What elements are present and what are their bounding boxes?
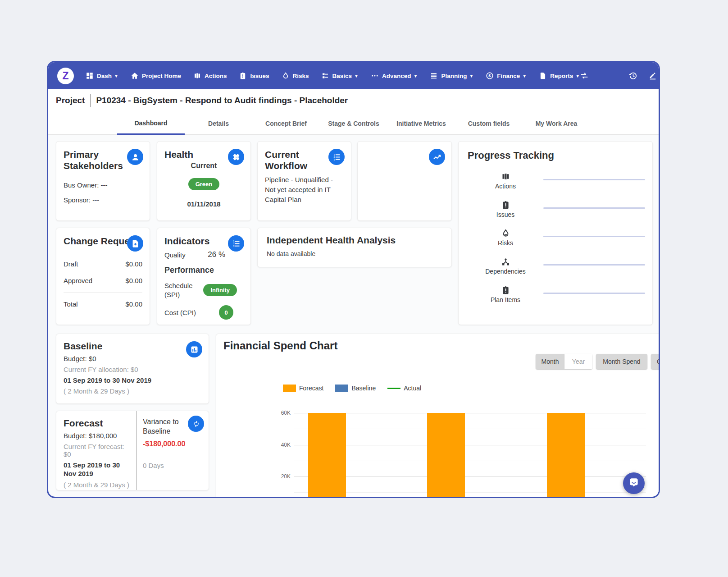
- nav-item-label: Basics: [332, 73, 352, 79]
- droplet-icon: [282, 72, 290, 80]
- app-logo[interactable]: Z: [57, 68, 74, 84]
- cr-value: $0.00: [125, 277, 142, 284]
- nav-item-label: Issues: [250, 73, 269, 79]
- current-workflow-card: Current Workflow 123 Pipeline - Unqualif…: [257, 141, 351, 221]
- nav-item-label: Risks: [293, 73, 309, 79]
- progress-bar-track: [543, 264, 645, 266]
- bar-chart-icon: [186, 341, 202, 357]
- nav-item-label: Advanced: [382, 73, 411, 79]
- baseline-card: Baseline Budget: $0 Current FY allocatio…: [56, 334, 209, 404]
- tab-initiative-metrics[interactable]: Initiative Metrics: [387, 112, 455, 135]
- progress-bar-track: [543, 293, 645, 294]
- forecast-fy: Current FY forecast: $0: [64, 443, 132, 458]
- tab-concept-brief[interactable]: Concept Brief: [252, 112, 320, 135]
- page-title: P10234 - BigSystem - Respond to Audit fi…: [96, 96, 348, 105]
- major-gridline: [294, 476, 646, 477]
- chevron-down-icon: ▼: [354, 73, 359, 78]
- tab-dashboard[interactable]: Dashboard: [117, 112, 185, 135]
- nav-item-planning[interactable]: Planning ▼: [430, 72, 473, 80]
- cr-value: $0.00: [125, 260, 142, 268]
- y-axis-tick-label: 20K: [274, 473, 291, 480]
- nav-item-advanced[interactable]: Advanced ▼: [371, 72, 418, 80]
- empty-state-text: No data available: [267, 250, 442, 257]
- card-title: Independent Health Analysis: [267, 234, 442, 246]
- forecast-bar[interactable]: [308, 413, 346, 498]
- nav-items: Dash ▼ Project Home Actions Issues Risks: [86, 72, 580, 80]
- tab-bar: Dashboard Details Concept Brief Stage & …: [48, 112, 659, 135]
- sponsor-value: Sponsor: ---: [64, 196, 142, 204]
- history-icon[interactable]: [628, 71, 637, 80]
- nav-item-label: Actions: [205, 73, 227, 79]
- cr-row-total: Total $0.00: [64, 300, 142, 308]
- cr-row-draft: Draft $0.00: [64, 260, 142, 268]
- forecast-budget: Budget: $180,000: [64, 432, 132, 440]
- hub-icon: [501, 257, 510, 266]
- performance-heading: Performance: [164, 266, 243, 275]
- nav-item-label: Dash: [97, 73, 112, 79]
- chat-launcher-button[interactable]: [623, 472, 645, 494]
- document-icon: [539, 72, 547, 80]
- nav-item-label: Project Home: [142, 73, 181, 79]
- nav-item-basics[interactable]: Basics ▼: [321, 72, 359, 80]
- tab-stage-controls[interactable]: Stage & Controls: [320, 112, 387, 135]
- nav-item-issues[interactable]: Issues: [239, 72, 269, 80]
- cr-label: Approved: [64, 277, 92, 284]
- spi-label: Schedule (SPI): [164, 281, 200, 299]
- nav-item-finance[interactable]: $ Finance ▼: [486, 72, 527, 80]
- progress-bar-track: [543, 236, 645, 237]
- compare-arrows-icon[interactable]: [580, 71, 589, 80]
- change-request-card: Change Request Draft $0.00 Approved $0.0…: [56, 228, 150, 325]
- spi-badge: Infinity: [203, 284, 237, 296]
- y-axis-tick-label: 60K: [274, 410, 291, 416]
- financial-spend-chart-card: Financial Spend Chart Month Year Month S…: [216, 334, 660, 498]
- progress-row-plan-items: Plan Items: [468, 285, 652, 303]
- baseline-date-range: 01 Sep 2019 to 30 Nov 2019: [64, 376, 201, 384]
- chevron-down-icon: ▼: [114, 73, 118, 78]
- clipboard-alert-icon: [239, 72, 247, 80]
- major-gridline: [294, 445, 646, 445]
- context-label: Project: [56, 96, 85, 105]
- forecast-bar[interactable]: [427, 413, 465, 498]
- edit-icon[interactable]: [648, 71, 657, 80]
- forecast-bar[interactable]: [547, 413, 585, 498]
- cpi-badge: 0: [219, 305, 233, 320]
- svg-text:$: $: [489, 73, 491, 78]
- header-divider: [90, 94, 91, 107]
- variance-value: -$180,000.00: [143, 440, 203, 448]
- dollar-circle-icon: $: [486, 72, 494, 80]
- tab-custom-fields[interactable]: Custom fields: [455, 112, 523, 135]
- chevron-down-icon: ▼: [469, 73, 473, 78]
- droplet-icon: [501, 229, 510, 238]
- forecast-card: Forecast Budget: $180,000 Current FY for…: [56, 411, 209, 490]
- chevron-down-icon: ▼: [414, 73, 418, 78]
- healing-icon: [228, 149, 244, 165]
- chat-bubble-icon: [628, 476, 640, 490]
- tab-my-work-area[interactable]: My Work Area: [523, 112, 590, 135]
- nav-item-dash[interactable]: Dash ▼: [86, 72, 118, 80]
- progress-tracking-card: Progress Tracking Actions Issues Risks D…: [458, 141, 653, 325]
- clipboard-alert-icon: [501, 200, 510, 210]
- major-gridline: [294, 413, 646, 413]
- nav-item-project-home[interactable]: Project Home: [131, 72, 181, 80]
- dashboard-icon: [86, 72, 94, 80]
- card-title: Progress Tracking: [468, 150, 652, 161]
- progress-row-dependencies: Dependencies: [468, 257, 652, 275]
- sync-icon: [188, 416, 204, 432]
- progress-row-label: Dependencies: [485, 268, 526, 275]
- progress-bar-track: [543, 179, 645, 180]
- bus-owner-value: Bus Owner: ---: [64, 181, 142, 189]
- nav-item-actions[interactable]: Actions: [193, 72, 227, 80]
- tab-details[interactable]: Details: [185, 112, 252, 135]
- nav-item-risks[interactable]: Risks: [282, 72, 309, 80]
- chart-plot-area[interactable]: 60K40K20K: [216, 334, 660, 498]
- quality-row: Quality 26 %: [164, 250, 243, 259]
- chevron-down-icon: ▼: [522, 73, 527, 78]
- nav-item-reports[interactable]: Reports ▼: [539, 72, 580, 80]
- nav-item-label: Finance: [497, 73, 520, 79]
- person-icon: [127, 149, 143, 165]
- cr-total-label: Total: [64, 300, 78, 308]
- trend-card: [357, 141, 452, 221]
- quality-value: 26 %: [208, 250, 225, 259]
- progress-row-label: Plan Items: [491, 296, 520, 303]
- card-title: Baseline: [64, 340, 201, 352]
